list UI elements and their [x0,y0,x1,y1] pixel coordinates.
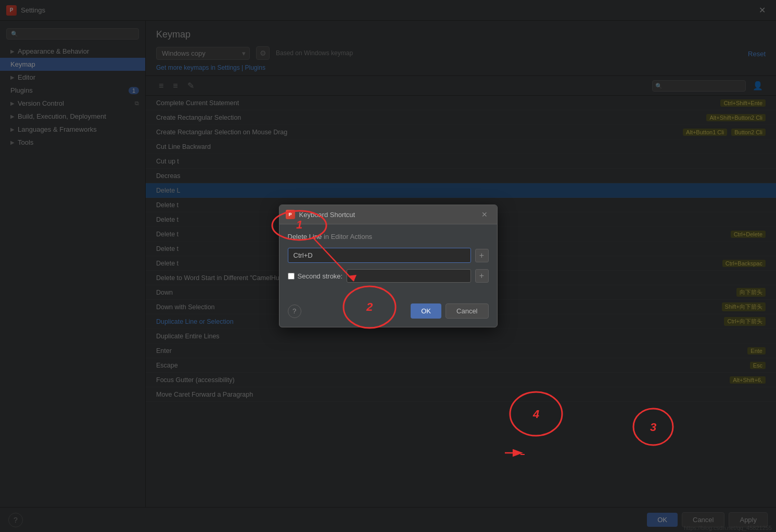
modal-btn-group: OK Cancel [411,303,488,319]
second-stroke-checkbox[interactable] [288,273,295,280]
modal-action-name: Delete Line [288,233,322,240]
modal-overlay: P Keyboard Shortcut ✕ Delete Line in Edi… [0,0,776,532]
modal-title-bar: P Keyboard Shortcut ✕ [279,205,497,224]
modal-cancel-button[interactable]: Cancel [446,303,488,319]
shortcut-value: Ctrl+D [294,251,313,259]
modal-action-title: Delete Line in Editor Actions [288,233,489,240]
modal-close-button[interactable]: ✕ [478,209,491,220]
modal-footer: ? OK Cancel [279,299,497,327]
modal-title-text: Keyboard Shortcut [299,211,355,219]
modal-action-context: in Editor Actions [324,233,372,240]
modal-help-button[interactable]: ? [288,305,301,318]
second-stroke-add-button[interactable]: + [475,269,489,283]
shortcut-input-row: Ctrl+D + [288,248,489,263]
modal-ok-button[interactable]: OK [411,303,441,319]
keyboard-shortcut-modal: P Keyboard Shortcut ✕ Delete Line in Edi… [279,205,498,327]
second-stroke-checkbox-label[interactable]: Second stroke: [288,272,343,280]
shortcut-add-button[interactable]: + [475,249,489,262]
modal-app-icon: P [286,210,295,219]
modal-body: Delete Line in Editor Actions Ctrl+D + S… [279,224,497,299]
shortcut-input-field[interactable]: Ctrl+D [288,248,471,263]
second-stroke-input[interactable] [347,269,470,283]
modal-title-content: P Keyboard Shortcut [286,210,355,219]
second-stroke-row: Second stroke: + [288,269,489,283]
second-stroke-label: Second stroke: [298,272,343,280]
